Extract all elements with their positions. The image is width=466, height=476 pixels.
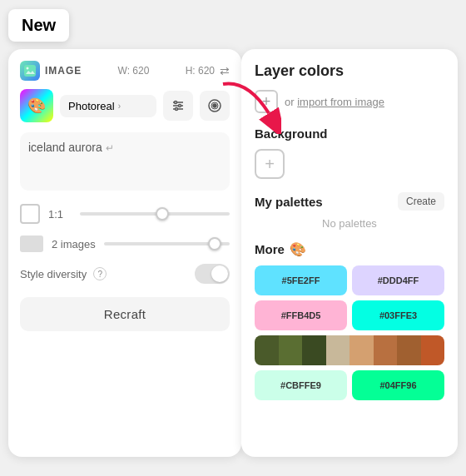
image-type-icon xyxy=(20,61,40,81)
svg-rect-1 xyxy=(24,65,36,77)
more-header: More 🎨 xyxy=(255,241,444,257)
settings-icon-btn[interactable] xyxy=(163,91,193,121)
palette-swatch-5[interactable]: #CBFFE9 xyxy=(255,370,347,400)
images-count-slider[interactable] xyxy=(104,242,230,245)
model-name: Photoreal xyxy=(68,100,115,112)
model-selector[interactable]: Photoreal › xyxy=(60,95,156,117)
images-thumbnail xyxy=(20,236,43,252)
dimensions-w: W: 620 xyxy=(118,65,150,77)
swatch-hex-5: #CBFFE9 xyxy=(280,380,321,390)
palette-swatch-2[interactable]: #DDD4FF xyxy=(352,265,444,295)
recraft-button[interactable]: Recraft xyxy=(20,297,230,331)
model-thumbnail: 🎨 xyxy=(20,89,53,122)
aspect-ratio-row: 1:1 xyxy=(20,204,230,224)
slider-thumb-images[interactable] xyxy=(208,237,221,250)
prompt-area[interactable]: iceland aurora ↵ xyxy=(20,132,230,191)
import-from-image-link[interactable]: import from image xyxy=(297,96,384,108)
slider-thumb[interactable] xyxy=(156,207,169,221)
palette-swatch-3[interactable]: #FFB4D5 xyxy=(255,300,347,330)
palettes-header: My palettes Create xyxy=(255,192,444,211)
multi-seg-6 xyxy=(374,335,398,365)
swatch-hex-2: #DDD4FF xyxy=(378,275,419,285)
toggle-knob xyxy=(211,265,228,282)
aspect-ratio-slider[interactable] xyxy=(80,212,230,216)
images-count-label: 2 images xyxy=(52,238,96,250)
arrow-pointer xyxy=(215,76,265,117)
help-icon[interactable]: ? xyxy=(93,267,107,280)
svg-point-8 xyxy=(176,108,178,111)
swatch-hex-4: #03FFE3 xyxy=(379,310,417,320)
or-text: or xyxy=(285,96,295,108)
palette-swatch-1[interactable]: #5FE2FF xyxy=(255,265,347,295)
model-row: 🎨 Photoreal › xyxy=(20,89,230,122)
palette-grid: #5FE2FF #DDD4FF #FFB4D5 #03FFE3 xyxy=(255,265,444,400)
chevron-icon: › xyxy=(118,102,121,111)
swatch-hex-3: #FFB4D5 xyxy=(281,310,321,320)
images-count-row: 2 images xyxy=(20,236,230,252)
svg-point-2 xyxy=(27,67,29,70)
palette-multi-swatch[interactable] xyxy=(255,335,444,365)
import-text: or import from image xyxy=(285,96,384,108)
prompt-text: iceland aurora xyxy=(28,141,102,154)
style-diversity-toggle[interactable] xyxy=(195,264,230,284)
left-panel: IMAGE W: 620 H: 620 ⇄ 🎨 Photoreal › xyxy=(8,49,241,457)
background-add-btn[interactable]: + xyxy=(255,149,285,179)
aspect-ratio-label: 1:1 xyxy=(48,208,72,221)
create-palette-btn[interactable]: Create xyxy=(398,192,444,211)
multi-seg-4 xyxy=(326,335,350,365)
svg-point-6 xyxy=(175,102,177,104)
new-label: New xyxy=(22,16,56,34)
svg-point-7 xyxy=(179,105,181,107)
no-palettes-text: No palettes xyxy=(255,217,444,230)
panel-title: Layer colors xyxy=(255,62,444,80)
background-title: Background xyxy=(255,126,444,141)
palette-swatch-6[interactable]: #04FF96 xyxy=(352,370,444,400)
style-diversity-label: Style diversity xyxy=(20,268,87,280)
multi-seg-2 xyxy=(279,335,303,365)
more-icon: 🎨 xyxy=(290,241,306,257)
image-header: IMAGE W: 620 H: 620 ⇄ xyxy=(20,61,230,81)
multi-seg-1 xyxy=(255,335,279,365)
multi-seg-5 xyxy=(350,335,374,365)
multi-seg-8 xyxy=(421,335,445,365)
new-tooltip: New xyxy=(8,9,69,42)
dimensions-h: H: 620 xyxy=(186,65,215,77)
more-title: More xyxy=(255,242,285,256)
swatch-hex-6: #04FF96 xyxy=(379,380,416,390)
swatch-hex-1: #5FE2FF xyxy=(282,275,320,285)
multi-seg-3 xyxy=(302,335,326,365)
enter-icon: ↵ xyxy=(106,142,114,154)
aspect-icon xyxy=(20,204,40,224)
image-label: IMAGE xyxy=(45,65,82,77)
palette-swatch-4[interactable]: #03FFE3 xyxy=(352,300,444,330)
palettes-title: My palettes xyxy=(255,195,323,209)
style-diversity-row: Style diversity ? xyxy=(20,264,230,284)
add-color-row: + or import from image xyxy=(255,90,444,113)
multi-seg-7 xyxy=(397,335,421,365)
